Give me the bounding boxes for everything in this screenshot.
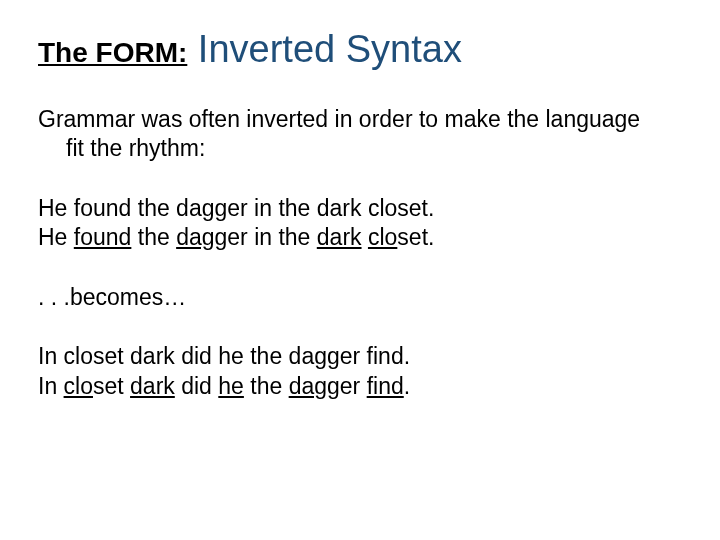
example-original: He found the dagger in the dark closet. … bbox=[38, 194, 682, 253]
example-original-stressed: He found the dagger in the dark closet. bbox=[38, 223, 682, 252]
slide-title: The FORM: Inverted Syntax bbox=[38, 28, 682, 71]
intro-text: Grammar was often inverted in order to m… bbox=[38, 105, 682, 164]
title-main: Inverted Syntax bbox=[187, 28, 462, 70]
slide-body: Grammar was often inverted in order to m… bbox=[38, 105, 682, 401]
example-inverted: In closet dark did he the dagger find. I… bbox=[38, 342, 682, 401]
slide: The FORM: Inverted Syntax Grammar was of… bbox=[0, 0, 720, 540]
example-inverted-plain: In closet dark did he the dagger find. bbox=[38, 342, 682, 371]
transition-text: . . .becomes… bbox=[38, 283, 682, 312]
intro-line-1: Grammar was often inverted in order to m… bbox=[38, 105, 682, 134]
title-label: The FORM: bbox=[38, 37, 187, 68]
example-original-plain: He found the dagger in the dark closet. bbox=[38, 194, 682, 223]
example-inverted-stressed: In closet dark did he the dagger find. bbox=[38, 372, 682, 401]
transition: . . .becomes… bbox=[38, 283, 682, 312]
intro-line-2: fit the rhythm: bbox=[38, 134, 682, 163]
